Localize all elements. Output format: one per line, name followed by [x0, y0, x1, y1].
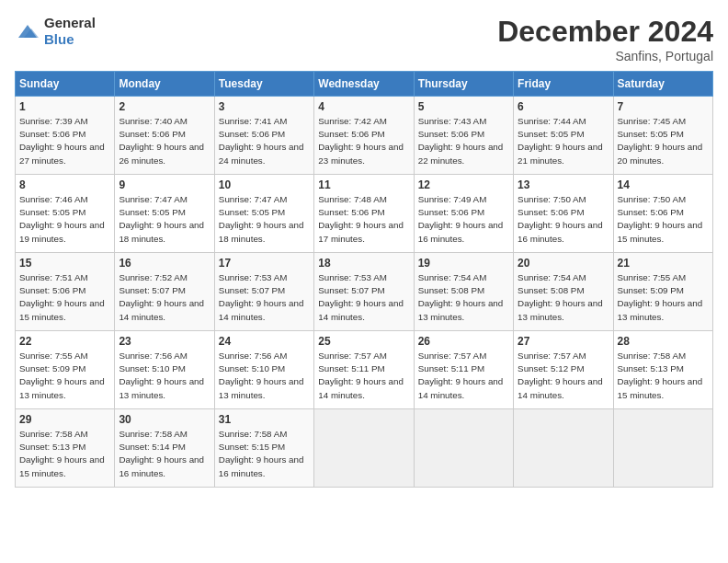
day-info: Sunrise: 7:55 AMSunset: 5:09 PMDaylight:… — [618, 271, 709, 324]
calendar-day-cell: 10Sunrise: 7:47 AMSunset: 5:05 PMDayligh… — [214, 175, 313, 253]
day-number: 17 — [219, 257, 310, 270]
logo-icon — [15, 21, 40, 41]
day-number: 24 — [219, 335, 310, 348]
day-number: 1 — [19, 100, 110, 113]
weekday-header: Sunday — [16, 72, 115, 97]
day-number: 20 — [518, 257, 609, 270]
calendar-day-cell — [613, 409, 712, 488]
calendar-day-cell: 4Sunrise: 7:42 AMSunset: 5:06 PMDaylight… — [314, 97, 414, 175]
day-info: Sunrise: 7:43 AMSunset: 5:06 PMDaylight:… — [418, 115, 509, 167]
day-number: 2 — [119, 100, 210, 113]
logo: General Blue — [15, 15, 96, 48]
day-info: Sunrise: 7:53 AMSunset: 5:07 PMDaylight:… — [219, 271, 310, 324]
calendar-day-cell: 18Sunrise: 7:53 AMSunset: 5:07 PMDayligh… — [314, 253, 414, 331]
weekday-header: Thursday — [414, 72, 513, 97]
day-info: Sunrise: 7:57 AMSunset: 5:12 PMDaylight:… — [518, 350, 609, 402]
day-number: 31 — [219, 413, 310, 426]
calendar-week-row: 29Sunrise: 7:58 AMSunset: 5:13 PMDayligh… — [16, 409, 713, 488]
calendar-day-cell: 15Sunrise: 7:51 AMSunset: 5:06 PMDayligh… — [16, 253, 115, 331]
calendar-week-row: 22Sunrise: 7:55 AMSunset: 5:09 PMDayligh… — [16, 331, 713, 409]
day-number: 27 — [518, 335, 609, 348]
day-info: Sunrise: 7:53 AMSunset: 5:07 PMDaylight:… — [318, 271, 409, 324]
day-number: 9 — [119, 178, 210, 191]
day-info: Sunrise: 7:58 AMSunset: 5:14 PMDaylight:… — [119, 428, 210, 480]
calendar-day-cell: 30Sunrise: 7:58 AMSunset: 5:14 PMDayligh… — [115, 409, 214, 488]
calendar-day-cell: 7Sunrise: 7:45 AMSunset: 5:05 PMDaylight… — [613, 97, 712, 175]
page-header: General Blue December 2024 Sanfins, Port… — [15, 15, 713, 63]
day-info: Sunrise: 7:42 AMSunset: 5:06 PMDaylight:… — [318, 115, 409, 167]
calendar-week-row: 1Sunrise: 7:39 AMSunset: 5:06 PMDaylight… — [16, 97, 713, 175]
day-info: Sunrise: 7:56 AMSunset: 5:10 PMDaylight:… — [219, 350, 310, 402]
day-number: 11 — [318, 178, 409, 191]
weekday-header: Monday — [115, 72, 214, 97]
day-number: 3 — [219, 100, 310, 113]
day-info: Sunrise: 7:54 AMSunset: 5:08 PMDaylight:… — [518, 271, 609, 324]
logo-blue: Blue — [44, 31, 74, 47]
day-number: 18 — [318, 257, 409, 270]
calendar-header: SundayMondayTuesdayWednesdayThursdayFrid… — [16, 72, 713, 97]
day-number: 30 — [119, 413, 210, 426]
calendar-table: SundayMondayTuesdayWednesdayThursdayFrid… — [15, 71, 713, 488]
logo-text: General Blue — [44, 15, 96, 48]
day-number: 23 — [119, 335, 210, 348]
day-info: Sunrise: 7:51 AMSunset: 5:06 PMDaylight:… — [19, 271, 110, 324]
weekday-row: SundayMondayTuesdayWednesdayThursdayFrid… — [16, 72, 713, 97]
day-info: Sunrise: 7:58 AMSunset: 5:15 PMDaylight:… — [219, 428, 310, 480]
day-info: Sunrise: 7:58 AMSunset: 5:13 PMDaylight:… — [19, 428, 110, 480]
weekday-header: Tuesday — [214, 72, 313, 97]
calendar-day-cell: 5Sunrise: 7:43 AMSunset: 5:06 PMDaylight… — [414, 97, 513, 175]
calendar-day-cell: 19Sunrise: 7:54 AMSunset: 5:08 PMDayligh… — [414, 253, 513, 331]
calendar-day-cell: 25Sunrise: 7:57 AMSunset: 5:11 PMDayligh… — [314, 331, 414, 409]
calendar-week-row: 8Sunrise: 7:46 AMSunset: 5:05 PMDaylight… — [16, 175, 713, 253]
month-title: December 2024 — [497, 15, 713, 49]
day-number: 15 — [19, 257, 110, 270]
day-info: Sunrise: 7:40 AMSunset: 5:06 PMDaylight:… — [119, 115, 210, 167]
day-number: 8 — [19, 178, 110, 191]
calendar-day-cell: 29Sunrise: 7:58 AMSunset: 5:13 PMDayligh… — [16, 409, 115, 488]
calendar-day-cell: 11Sunrise: 7:48 AMSunset: 5:06 PMDayligh… — [314, 175, 414, 253]
day-info: Sunrise: 7:52 AMSunset: 5:07 PMDaylight:… — [119, 271, 210, 324]
calendar-day-cell: 6Sunrise: 7:44 AMSunset: 5:05 PMDaylight… — [514, 97, 613, 175]
calendar-day-cell: 22Sunrise: 7:55 AMSunset: 5:09 PMDayligh… — [16, 331, 115, 409]
day-number: 21 — [618, 257, 709, 270]
day-number: 7 — [618, 100, 709, 113]
calendar-day-cell: 14Sunrise: 7:50 AMSunset: 5:06 PMDayligh… — [613, 175, 712, 253]
day-info: Sunrise: 7:49 AMSunset: 5:06 PMDaylight:… — [418, 193, 509, 246]
day-number: 19 — [418, 257, 509, 270]
day-number: 14 — [618, 178, 709, 191]
day-info: Sunrise: 7:58 AMSunset: 5:13 PMDaylight:… — [618, 350, 709, 402]
calendar-day-cell: 31Sunrise: 7:58 AMSunset: 5:15 PMDayligh… — [214, 409, 313, 488]
calendar-day-cell — [314, 409, 414, 488]
day-number: 28 — [618, 335, 709, 348]
day-info: Sunrise: 7:55 AMSunset: 5:09 PMDaylight:… — [19, 350, 110, 402]
calendar-day-cell: 23Sunrise: 7:56 AMSunset: 5:10 PMDayligh… — [115, 331, 214, 409]
title-block: December 2024 Sanfins, Portugal — [497, 15, 713, 63]
day-number: 12 — [418, 178, 509, 191]
weekday-header: Friday — [514, 72, 613, 97]
calendar-day-cell: 16Sunrise: 7:52 AMSunset: 5:07 PMDayligh… — [115, 253, 214, 331]
weekday-header: Saturday — [613, 72, 712, 97]
calendar-day-cell: 13Sunrise: 7:50 AMSunset: 5:06 PMDayligh… — [514, 175, 613, 253]
day-info: Sunrise: 7:46 AMSunset: 5:05 PMDaylight:… — [19, 193, 110, 246]
day-number: 22 — [19, 335, 110, 348]
calendar-week-row: 15Sunrise: 7:51 AMSunset: 5:06 PMDayligh… — [16, 253, 713, 331]
calendar-day-cell — [514, 409, 613, 488]
day-info: Sunrise: 7:56 AMSunset: 5:10 PMDaylight:… — [119, 350, 210, 402]
day-info: Sunrise: 7:54 AMSunset: 5:08 PMDaylight:… — [418, 271, 509, 324]
day-number: 16 — [119, 257, 210, 270]
weekday-header: Wednesday — [314, 72, 414, 97]
day-info: Sunrise: 7:44 AMSunset: 5:05 PMDaylight:… — [518, 115, 609, 167]
calendar-day-cell: 17Sunrise: 7:53 AMSunset: 5:07 PMDayligh… — [214, 253, 313, 331]
day-number: 13 — [518, 178, 609, 191]
calendar-day-cell: 28Sunrise: 7:58 AMSunset: 5:13 PMDayligh… — [613, 331, 712, 409]
location-subtitle: Sanfins, Portugal — [497, 49, 713, 63]
calendar-day-cell: 21Sunrise: 7:55 AMSunset: 5:09 PMDayligh… — [613, 253, 712, 331]
day-info: Sunrise: 7:50 AMSunset: 5:06 PMDaylight:… — [618, 193, 709, 246]
calendar-day-cell: 26Sunrise: 7:57 AMSunset: 5:11 PMDayligh… — [414, 331, 513, 409]
day-info: Sunrise: 7:50 AMSunset: 5:06 PMDaylight:… — [518, 193, 609, 246]
day-number: 6 — [518, 100, 609, 113]
day-info: Sunrise: 7:47 AMSunset: 5:05 PMDaylight:… — [119, 193, 210, 246]
calendar-day-cell: 8Sunrise: 7:46 AMSunset: 5:05 PMDaylight… — [16, 175, 115, 253]
logo-general: General — [44, 15, 96, 30]
day-number: 5 — [418, 100, 509, 113]
